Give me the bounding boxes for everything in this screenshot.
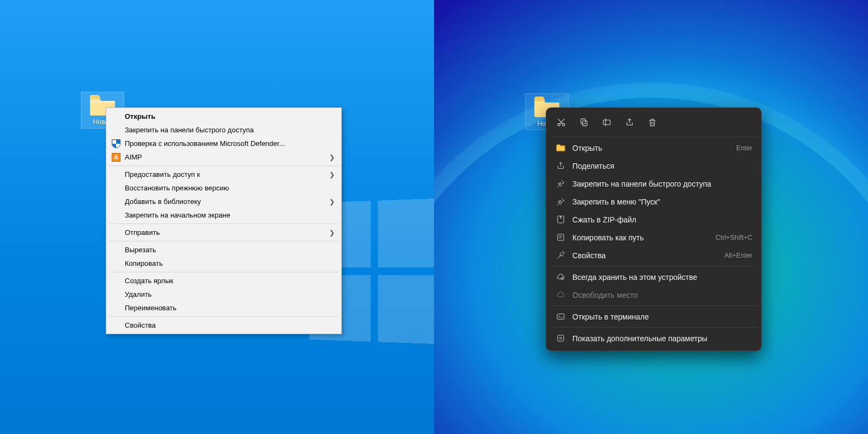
menu-create-shortcut[interactable]: Создать ярлык <box>107 274 340 288</box>
defender-shield-icon <box>111 138 122 149</box>
menu-rename[interactable]: Переименовать <box>107 301 340 315</box>
menu-delete[interactable]: Удалить <box>107 288 340 301</box>
pin-icon <box>555 196 566 207</box>
delete-icon[interactable] <box>642 112 662 132</box>
svg-rect-4 <box>580 119 585 124</box>
menu-separator <box>108 241 339 241</box>
svg-point-2 <box>562 123 564 125</box>
menu-send-to[interactable]: Отправить ❯ <box>107 226 340 239</box>
svg-point-1 <box>558 123 560 125</box>
svg-rect-7 <box>557 234 563 240</box>
aimp-icon: A <box>111 152 122 163</box>
windows10-desktop[interactable]: Новая Открыть Закрепить на панели быстро… <box>0 0 434 434</box>
menu-pin-start[interactable]: Закрепить на начальном экране <box>107 208 340 222</box>
svg-rect-9 <box>557 314 564 320</box>
more-options-icon <box>555 333 566 344</box>
cloud-icon <box>555 290 566 301</box>
menu-free-up-space[interactable]: Освободить место <box>550 286 758 304</box>
shortcut-hint: Ctrl+Shift+C <box>716 234 752 241</box>
svg-point-8 <box>561 277 563 279</box>
menu-show-more-options[interactable]: Показать дополнительные параметры <box>550 329 758 347</box>
menu-properties[interactable]: Свойства Alt+Enter <box>550 246 758 264</box>
svg-rect-0 <box>90 101 115 103</box>
menu-open[interactable]: Открыть Enter <box>550 139 758 157</box>
menu-defender-scan[interactable]: Проверка с использованием Microsoft Defe… <box>107 137 340 150</box>
terminal-icon <box>555 311 566 322</box>
menu-share[interactable]: Поделиться <box>550 157 758 175</box>
rename-icon[interactable] <box>596 112 617 132</box>
menu-aimp[interactable]: A AIMP ❯ <box>107 150 340 164</box>
svg-rect-10 <box>557 335 563 341</box>
copy-path-icon <box>555 232 566 243</box>
copy-icon[interactable] <box>573 112 594 132</box>
menu-separator <box>550 305 758 306</box>
chevron-right-icon: ❯ <box>325 229 335 237</box>
menu-give-access[interactable]: Предоставить доступ к ❯ <box>107 168 340 181</box>
menu-cut[interactable]: Вырезать <box>107 243 340 257</box>
menu-separator <box>108 316 339 317</box>
menu-open[interactable]: Открыть <box>107 110 340 123</box>
menu-compress-zip[interactable]: Сжать в ZIP-файл <box>550 210 758 228</box>
menu-separator <box>108 165 339 166</box>
menu-separator <box>550 137 758 137</box>
menu-properties[interactable]: Свойства <box>107 318 340 332</box>
menu-always-keep-device[interactable]: Всегда хранить на этом устройстве <box>550 268 758 286</box>
context-menu-win10: Открыть Закрепить на панели быстрого дос… <box>106 107 342 334</box>
menu-copy[interactable]: Копировать <box>107 257 340 270</box>
quick-action-row <box>550 111 758 135</box>
pin-icon <box>555 178 566 189</box>
menu-separator <box>108 272 339 272</box>
chevron-right-icon: ❯ <box>325 198 335 206</box>
cut-icon[interactable] <box>551 112 571 132</box>
shortcut-hint: Alt+Enter <box>724 252 752 259</box>
menu-separator <box>108 224 339 224</box>
svg-rect-5 <box>603 120 610 125</box>
menu-restore-previous[interactable]: Восстановить прежнюю версию <box>107 181 340 195</box>
wrench-icon <box>555 250 566 261</box>
folder-open-icon <box>555 143 566 154</box>
context-menu-win11: Открыть Enter Поделиться Закрепить на па… <box>546 107 762 351</box>
svg-rect-3 <box>582 120 587 125</box>
menu-separator <box>550 327 758 328</box>
menu-pin-quick-access[interactable]: Закрепить на панели быстрого доступа <box>550 175 758 193</box>
chevron-right-icon: ❯ <box>325 154 335 161</box>
share-icon[interactable] <box>619 112 640 132</box>
menu-pin-quick-access[interactable]: Закрепить на панели быстрого доступа <box>107 123 340 137</box>
share-icon <box>555 161 566 171</box>
windows11-desktop[interactable]: Новая Открыть Enter <box>434 0 868 434</box>
shortcut-hint: Enter <box>736 144 752 152</box>
menu-open-terminal[interactable]: Открыть в терминале <box>550 308 758 326</box>
cloud-sync-icon <box>555 272 566 283</box>
menu-copy-path[interactable]: Копировать как путь Ctrl+Shift+C <box>550 228 758 246</box>
zip-icon <box>555 214 566 225</box>
menu-separator <box>550 266 758 266</box>
menu-pin-start[interactable]: Закрепить в меню "Пуск" <box>550 193 758 210</box>
menu-add-library[interactable]: Добавить в библиотеку ❯ <box>107 195 340 208</box>
chevron-right-icon: ❯ <box>325 171 335 178</box>
